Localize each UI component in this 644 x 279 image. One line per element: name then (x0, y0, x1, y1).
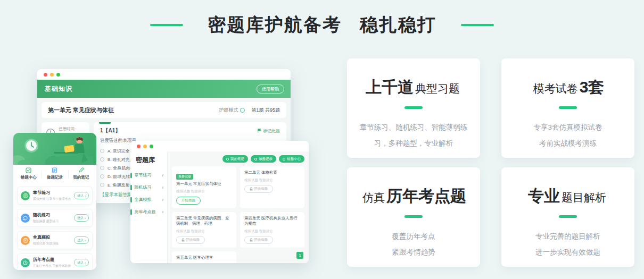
wrong-book-icon (283, 158, 285, 160)
chevron-down-icon: ∨ (161, 198, 164, 202)
pen-icon (78, 167, 84, 173)
feature-card-grid: 上千道典型习题 章节练习、随机练习、智能薄弱练 习，多种题型，专业解析 模考试卷… (347, 58, 634, 267)
feature-desc-line: 紧跟考情趋势 (347, 244, 480, 260)
chapter-practice-icon (21, 191, 30, 200)
enter-button[interactable]: 进入 › (74, 214, 89, 222)
help-button[interactable]: 使用帮助 (257, 84, 284, 94)
close-window-icon[interactable] (137, 145, 141, 148)
unit-card-title: 第五单元 医学心理学 (176, 255, 232, 260)
app-tab-bar: 错题中心 做题记录 我的笔记 (13, 165, 96, 183)
full-mock-icon (21, 236, 30, 245)
enter-button[interactable]: 进入 › (74, 259, 89, 266)
feature-desc-line: 专业完善的题目解析 (501, 229, 634, 244)
feature-desc-line: 习，多种题型，专业解析 (347, 136, 480, 151)
page: 密题库护航备考稳扎稳打 基础知识 使用帮助 第一单元 常见症状与体征 护眼模式 … (0, 0, 644, 279)
close-window-icon[interactable] (44, 73, 47, 77)
enter-button[interactable]: 进入 › (74, 236, 89, 244)
feature-title-light: 典型习题 (415, 82, 460, 95)
locked-practice-button[interactable]: 开始做题 (244, 236, 273, 244)
tab-wrong-question-center[interactable]: 错题中心 (15, 167, 42, 180)
window-titlebar (130, 141, 309, 151)
feature-title-strong: 历年考点题 (386, 187, 466, 205)
feature-title-strong: 专业 (528, 187, 560, 205)
list-item-chapter-practice[interactable]: 章节练习紧扣大纲 在章节中梳理考点 进入 › (17, 187, 93, 205)
page-title-left: 密题库护航备考 (208, 14, 342, 35)
option-radio-icon (100, 183, 104, 187)
option-radio-icon (100, 174, 104, 179)
tab-practice-record[interactable]: 做题记录 (42, 167, 68, 180)
list-item-past-exam-points[interactable]: 历年考点题汇集往年考点 了解考试趋势 进入 › (17, 253, 93, 270)
record-book-icon (52, 167, 57, 173)
random-practice-icon (21, 214, 30, 223)
feature-card-typical-questions: 上千道典型习题 章节练习、随机练习、智能薄弱练 习，多种题型，专业解析 (347, 58, 480, 158)
exam-header: 基础知识 使用帮助 (37, 80, 291, 98)
section-header: 密题库护航备考稳扎稳打 (0, 13, 644, 37)
pagination-page-1[interactable]: 1 (296, 252, 303, 259)
option-radio-icon (100, 166, 104, 170)
right-dash-decoration (461, 24, 494, 26)
bank-logo: 密题库 (130, 154, 167, 169)
mobile-app-mockup: 错题中心 做题记录 我的笔记 章节练习紧扣大纲 在章节中梳理考点 进入 › 随机… (13, 133, 96, 270)
flag-icon (258, 129, 261, 133)
practice-record-button[interactable]: 做题记录 (251, 155, 276, 163)
feature-desc-line: 章节练习、随机练习、智能薄弱练 (347, 120, 480, 136)
maximize-window-icon[interactable] (150, 145, 153, 148)
tab-my-notes[interactable]: 我的笔记 (68, 167, 94, 180)
start-practice-button[interactable]: 开始做题 (176, 197, 201, 205)
feature-desc-line: 考前实战模考演练 (501, 136, 634, 151)
list-item-full-mock[interactable]: 全真模拟模拟试卷 实战演练 进入 › (17, 231, 93, 249)
unit-card: 第二单元 体格检查 模拟试题 智能评分 开始做题 (240, 166, 304, 208)
green-underline-decoration (559, 215, 577, 218)
unit-card-meta: 模拟试题 智能评分 (176, 189, 232, 194)
app-practice-list: 章节练习紧扣大纲 在章节中梳理考点 进入 › 随机练习随机抽题 题型练习 进入 … (13, 183, 96, 270)
locked-practice-button[interactable]: 开始做题 (176, 236, 205, 244)
sidebar-item-random-practice[interactable]: 随机练习∨ (130, 181, 167, 193)
question-bank-window-mockup: 密题库 章节练习∨ 随机练习∨ 全真模拟∨ 历年考点题∨ 我的笔记 做题记录 错… (130, 141, 309, 263)
bank-sidebar: 密题库 章节练习∨ 随机练习∨ 全真模拟∨ 历年考点题∨ (130, 151, 168, 263)
feature-title-strong: 上千道 (366, 78, 414, 96)
lock-icon (250, 238, 253, 242)
timer-label: 已用时间: (59, 126, 82, 132)
eye-mode-label: 护眼模式 (219, 107, 238, 114)
maximize-window-icon[interactable] (56, 73, 60, 77)
past-exam-points-icon (21, 258, 30, 267)
unit-title: 第一单元 常见症状与体征 (48, 106, 114, 114)
page-title: 密题库护航备考稳扎稳打 (208, 13, 436, 37)
exam-section-bar: 第一单元 常见症状与体征 护眼模式 第1题 共95题 (42, 102, 286, 118)
enter-button[interactable]: 进入 › (74, 192, 89, 199)
eye-mode-toggle[interactable]: 护眼模式 (219, 107, 245, 114)
sidebar-item-past-exam-points[interactable]: 历年考点题∨ (130, 206, 167, 218)
record-icon (254, 158, 257, 160)
lock-icon (250, 187, 253, 191)
unit-card-title: 第四单元 医疗机构从业人员行为规范 (244, 216, 300, 226)
wrong-question-icon (26, 167, 31, 173)
feature-desc-line: 覆盖历年考点 (347, 229, 480, 244)
unit-card: 第四单元 医疗机构从业人员行为规范 模拟试题 智能评分 开始做题 (240, 212, 304, 248)
unit-card: 免费试做 第一单元 常见症状与体征 模拟试题 智能评分 开始做题 (172, 166, 236, 208)
wrong-question-center-button[interactable]: 错题中心 (279, 155, 304, 163)
list-item-random-practice[interactable]: 随机练习随机抽题 题型练习 进入 › (17, 209, 93, 227)
sidebar-item-full-mock[interactable]: 全真模拟∨ (130, 193, 167, 206)
unit-card-meta: 模拟试题 智能评分 (244, 229, 300, 234)
unit-card-meta: 模拟试题 智能评分 (244, 178, 300, 183)
unit-card-meta: 模拟试题 智能评分 (176, 229, 232, 234)
window-titlebar (37, 69, 291, 80)
option-radio-icon (100, 157, 104, 162)
green-underline-decoration (559, 106, 577, 109)
feature-title-strong: 3套 (580, 78, 605, 96)
minimize-window-icon[interactable] (50, 73, 54, 77)
page-title-right: 稳扎稳打 (360, 14, 436, 35)
study-illustration (13, 133, 96, 165)
feature-card-past-exam-questions: 仿真历年考点题 覆盖历年考点 紧跟考情趋势 (347, 167, 480, 267)
locked-practice-button[interactable]: 开始做题 (244, 185, 273, 193)
unit-card: 第三单元 常见疾病的病因、发病机制、病理、药理 模拟试题 智能评分 开始做题 (172, 212, 236, 248)
bank-main: 我的笔记 做题记录 错题中心 免费试做 第一单元 常见症状与体征 模拟试题 智能… (168, 151, 309, 263)
note-icon (226, 158, 229, 160)
mark-question-button[interactable]: 标记此题 (258, 128, 280, 134)
free-trial-badge: 免费试做 (176, 174, 193, 180)
unit-card-title: 第三单元 常见疾病的病因、发病机制、病理、药理 (176, 216, 232, 226)
sidebar-item-chapter-practice[interactable]: 章节练习∨ (130, 169, 167, 181)
minimize-window-icon[interactable] (143, 145, 147, 148)
my-notes-button[interactable]: 我的笔记 (222, 155, 248, 163)
exam-header-title: 基础知识 (45, 84, 72, 94)
